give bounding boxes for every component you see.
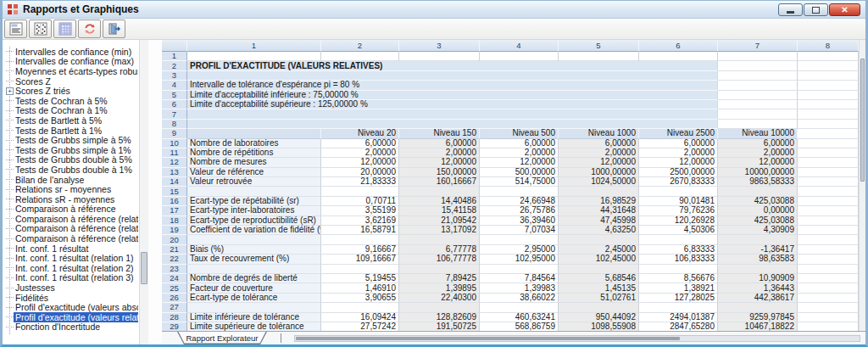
maximize-button[interactable] — [804, 3, 828, 16]
row-header[interactable]: 22 — [162, 255, 187, 264]
value-cell[interactable]: 425,03088 — [718, 197, 798, 206]
row-header[interactable]: 2 — [162, 61, 187, 70]
summary-cell[interactable]: Intervalle de tolérance d'espérance pi =… — [187, 81, 718, 90]
value-cell[interactable]: 9863,58333 — [718, 177, 798, 187]
row-header[interactable]: 3 — [162, 71, 187, 81]
sidebar-scrollbar[interactable] — [139, 40, 148, 344]
grid-corner[interactable] — [162, 40, 187, 52]
value-cell[interactable]: 8,56676 — [639, 274, 718, 283]
sidebar-item[interactable]: Comparaison à référence — [4, 204, 138, 215]
row-header[interactable]: 20 — [162, 235, 187, 244]
sidebar-item[interactable]: Relations sR - moyennes — [4, 194, 138, 204]
value-cell[interactable]: 6,00000 — [559, 139, 639, 148]
sidebar-item[interactable]: Int. conf. 1 résultat — [4, 243, 138, 254]
row-label-cell[interactable]: Biais (%) — [187, 245, 321, 255]
row-label-cell[interactable]: Coefficient de variation de fidélité (%) — [187, 226, 321, 235]
value-cell[interactable]: 950,44092 — [559, 313, 639, 322]
value-cell[interactable]: 36,39460 — [480, 216, 559, 226]
row-header[interactable]: 24 — [162, 274, 187, 283]
cell[interactable] — [718, 71, 798, 81]
value-cell[interactable]: 127,28025 — [639, 294, 718, 303]
summary-cell[interactable]: Limite d'acceptabilité supérieure : 125,… — [187, 100, 718, 109]
cell[interactable] — [798, 71, 859, 81]
sidebar-item[interactable]: Profil d'exactitude (valeurs absolues) — [4, 302, 138, 312]
value-cell[interactable]: 6,83333 — [639, 245, 718, 255]
row-label-cell[interactable]: Ecart-type de répétabilité (sr) — [187, 197, 321, 206]
value-cell[interactable]: 3,55199 — [321, 206, 399, 215]
value-cell[interactable]: 1,39895 — [399, 283, 480, 293]
level-header-cell[interactable]: Niveau 10000 — [718, 129, 798, 138]
cell[interactable] — [798, 226, 859, 235]
value-cell[interactable]: 3,90655 — [321, 294, 399, 303]
sidebar-scrollbar-thumb[interactable] — [141, 252, 147, 284]
summary-cell[interactable] — [187, 109, 718, 119]
row-label-cell[interactable]: Ecart-type inter-laboratoires — [187, 206, 321, 215]
cell[interactable] — [798, 52, 859, 61]
value-cell[interactable]: 1,39983 — [480, 283, 559, 293]
tab-rapport-explorateur[interactable]: Rapport Explorateur — [177, 332, 267, 344]
value-cell[interactable]: 2,00000 — [480, 148, 559, 158]
sidebar-item[interactable]: Relations sr - moyennes — [4, 184, 138, 194]
summary-cell[interactable]: PROFIL D'EXACTITUDE (VALEURS RELATIVES) — [187, 61, 718, 70]
row-header[interactable]: 13 — [162, 168, 187, 177]
sidebar-item[interactable]: Fonction d'Incertitude — [4, 322, 138, 333]
cell[interactable] — [798, 158, 859, 167]
row-label-cell[interactable]: Taux de recouvrement (%) — [187, 255, 321, 264]
cell[interactable] — [798, 120, 859, 129]
value-cell[interactable]: 4,30909 — [718, 226, 798, 235]
value-cell[interactable] — [718, 303, 798, 312]
sidebar-item[interactable]: Tests de Grubbs simple à 1% — [4, 145, 138, 155]
row-header[interactable]: 9 — [162, 129, 187, 138]
sidebar-item[interactable]: Moyennes et écarts-types robustes — [4, 66, 138, 76]
value-cell[interactable]: 128,82609 — [399, 313, 480, 322]
cell[interactable] — [798, 283, 859, 293]
cell[interactable] — [798, 148, 859, 158]
sidebar-item[interactable]: Intervalles de confiance (min) — [4, 47, 138, 57]
value-cell[interactable] — [559, 303, 639, 312]
cell[interactable] — [798, 187, 859, 196]
cell[interactable] — [798, 109, 859, 119]
row-header[interactable]: 23 — [162, 265, 187, 274]
cell[interactable] — [798, 177, 859, 187]
row-header[interactable]: 19 — [162, 226, 187, 235]
value-cell[interactable]: 6,77778 — [399, 245, 480, 255]
value-cell[interactable]: 10,90909 — [718, 274, 798, 283]
value-cell[interactable]: 79,76236 — [639, 206, 718, 215]
sidebar-item[interactable]: +Scores Z triés — [4, 86, 138, 96]
scatter-plot-button[interactable] — [29, 20, 52, 38]
value-cell[interactable]: -1,36417 — [718, 245, 798, 255]
row-label-cell[interactable]: Ecart-type de tolérance — [187, 294, 321, 303]
row-header[interactable]: 4 — [162, 81, 187, 90]
sidebar-item[interactable]: Int. conf. 1 résultat (relation 1) — [4, 253, 138, 263]
value-cell[interactable]: 2500,00000 — [639, 168, 718, 177]
cell[interactable] — [798, 168, 859, 177]
report-button[interactable] — [4, 20, 27, 38]
cell[interactable] — [798, 91, 859, 100]
row-header[interactable]: 7 — [162, 109, 187, 119]
value-cell[interactable] — [480, 265, 559, 274]
value-cell[interactable]: 442,38617 — [718, 294, 798, 303]
value-cell[interactable]: 7,07034 — [480, 226, 559, 235]
sidebar-item[interactable]: Justesses — [4, 283, 138, 293]
value-cell[interactable]: 9,16667 — [321, 245, 399, 255]
row-header[interactable]: 21 — [162, 245, 187, 255]
value-cell[interactable]: 1,38921 — [639, 283, 718, 293]
value-cell[interactable]: 1,45135 — [559, 283, 639, 293]
value-cell[interactable]: 0,70711 — [321, 197, 399, 206]
cell[interactable] — [718, 100, 798, 109]
column-header[interactable]: 2 — [321, 40, 399, 52]
sidebar-item[interactable]: Tests de Cochran à 5% — [4, 96, 138, 106]
value-cell[interactable]: 26,75786 — [480, 206, 559, 215]
cell[interactable] — [798, 100, 859, 109]
level-header-cell[interactable]: Niveau 1000 — [559, 129, 639, 138]
value-cell[interactable]: 6,00000 — [718, 139, 798, 148]
cell[interactable] — [798, 255, 859, 264]
value-cell[interactable]: 102,95000 — [480, 255, 559, 264]
cell[interactable] — [187, 52, 321, 61]
sidebar-item[interactable]: Tests de Bartlett à 1% — [4, 126, 138, 136]
value-cell[interactable]: 6,00000 — [639, 139, 718, 148]
value-cell[interactable]: 44,31648 — [559, 206, 639, 215]
row-header[interactable]: 27 — [162, 303, 187, 312]
value-cell[interactable]: 2,00000 — [718, 148, 798, 158]
cell[interactable] — [718, 81, 798, 90]
